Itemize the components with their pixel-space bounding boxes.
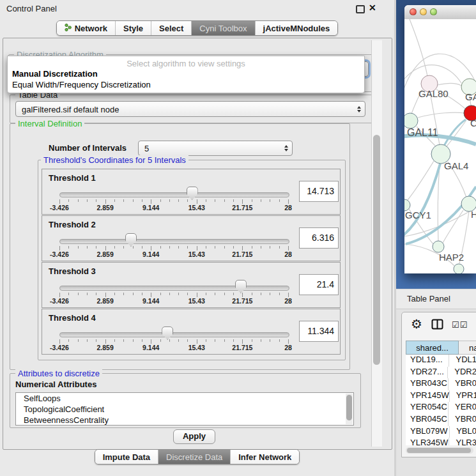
slider-minor-tick	[233, 339, 234, 342]
threshold-label: Threshold 2	[49, 220, 96, 229]
attribute-item-topologicalcoefficient[interactable]: TopologicalCoefficient	[16, 404, 353, 415]
cell-name[interactable]: YBR0	[448, 378, 476, 390]
table-horizontal-scrollbar[interactable]	[406, 447, 473, 454]
table-row[interactable]: YDL19...YDL1	[406, 355, 476, 367]
threshold-label: Threshold 1	[49, 173, 96, 183]
slider-minor-tick	[178, 246, 179, 249]
table-header-row: shared... na	[406, 341, 476, 355]
attribute-item-selfloops[interactable]: SelfLoops	[16, 393, 353, 404]
split-columns-icon[interactable]	[431, 319, 443, 332]
slider-major-tick	[288, 246, 289, 250]
cell-shared-name[interactable]: YER054C	[406, 402, 448, 414]
close-icon[interactable]: ✕	[369, 3, 376, 13]
gear-icon[interactable]: ⚙	[411, 316, 422, 332]
slider-minor-tick	[142, 246, 142, 249]
cell-shared-name[interactable]: YDR27...	[406, 367, 447, 379]
node-bottom[interactable]	[454, 264, 464, 273]
bottom-tab-impute-data[interactable]: Impute Data	[95, 450, 158, 464]
slider-minor-tick	[133, 339, 134, 342]
node-hap2[interactable]	[433, 241, 444, 252]
slider-track[interactable]	[59, 192, 289, 197]
algorithm-option-manual-discretization[interactable]: Manual Discretization	[12, 69, 98, 79]
network-canvas[interactable]: GAL80 GA C GAL11 GAL4 GCY1 H HAP2	[404, 19, 476, 273]
checkbox-checked-icons[interactable]: ☑☑	[452, 320, 468, 330]
combo-spinner-icon	[357, 106, 361, 112]
attribute-item-betweennesscentrality[interactable]: BetweennessCentrality	[16, 415, 353, 426]
table-data-combo[interactable]: galFiltered.sif default node	[15, 101, 365, 117]
cell-shared-name[interactable]: YLR345W	[406, 438, 449, 445]
slider-minor-tick	[187, 199, 188, 202]
slider-thumb[interactable]	[235, 280, 247, 293]
slider-thumb[interactable]	[125, 233, 137, 247]
table-row[interactable]: YPR145WYPR1	[406, 390, 476, 403]
slider-track[interactable]	[59, 286, 289, 291]
table-row[interactable]: YBR045CYBR0	[406, 414, 476, 426]
slider-major-tick	[242, 339, 243, 344]
number-of-intervals-combo[interactable]: 5	[138, 141, 293, 156]
slider-minor-tick	[270, 246, 270, 249]
table-row[interactable]: YBL079WYBL0	[406, 426, 476, 438]
tab-style[interactable]: Style	[115, 21, 151, 35]
threshold-value-field[interactable]: 21.4	[299, 274, 339, 295]
cell-name[interactable]: YDR2	[447, 367, 476, 379]
numerical-attributes-list[interactable]: SelfLoopsTopologicalCoefficientBetweenne…	[15, 392, 354, 426]
close-traffic-light-icon[interactable]	[410, 8, 417, 15]
threshold-value-field[interactable]: 6.316	[299, 227, 339, 249]
threshold-value-field[interactable]: 11.344	[299, 321, 339, 342]
content-vertical-scrollbar[interactable]	[371, 40, 382, 447]
table-row[interactable]: YBR043CYBR0	[406, 378, 476, 390]
tab-jactivemnodules[interactable]: jActiveMNodules	[255, 21, 338, 35]
network-window-titlebar[interactable]	[404, 5, 476, 20]
column-header-name[interactable]: na	[459, 341, 476, 355]
algorithm-option-equal-width-frequency[interactable]: Equal Width/Frequency Discretization	[12, 80, 151, 89]
float-window-icon[interactable]	[356, 5, 365, 13]
tab-network[interactable]: Network	[57, 21, 115, 35]
slider-scale-label: 21.715	[232, 250, 252, 258]
tab-cyni-toolbox[interactable]: Cyni Toolbox	[191, 21, 254, 35]
column-header-shared[interactable]: shared...	[406, 341, 459, 355]
table-row[interactable]: YDR27...YDR2	[406, 367, 476, 379]
cell-name[interactable]: YBL0	[449, 426, 476, 438]
tab-label: Style	[123, 24, 143, 33]
panel-title: Control Panel	[6, 4, 57, 13]
cell-name[interactable]: YBR0	[448, 414, 476, 426]
slider-minor-tick	[68, 293, 69, 295]
cell-name[interactable]: YLR3	[449, 438, 476, 445]
tab-label: Network	[75, 24, 107, 33]
cell-shared-name[interactable]: YPR145W	[406, 390, 449, 403]
slider-track[interactable]	[59, 239, 289, 244]
slider-major-tick	[242, 199, 243, 204]
table-body[interactable]: YDL19...YDL1YDR27...YDR2YBR043CYBR0YPR14…	[406, 355, 476, 445]
cell-name[interactable]: YDL1	[449, 355, 476, 367]
slider-major-tick	[151, 293, 151, 297]
apply-button[interactable]: Apply	[173, 429, 215, 444]
network-view-window[interactable]: GAL80 GA C GAL11 GAL4 GCY1 H HAP2	[404, 5, 476, 273]
table-row[interactable]: YER054CYER0	[406, 402, 476, 414]
slider-track[interactable]	[59, 332, 289, 337]
threshold-panel-1: Threshold 1-3.4262.8599.14415.4321.71528…	[42, 169, 341, 215]
table-row[interactable]: YLR345WYLR3	[406, 438, 476, 445]
bottom-tab-infer-network[interactable]: Infer Network	[230, 450, 299, 464]
threshold-value-field[interactable]: 14.713	[299, 181, 339, 202]
slider-major-tick	[105, 246, 106, 250]
cell-shared-name[interactable]: YBL079W	[406, 426, 449, 438]
slider-thumb[interactable]	[187, 187, 198, 200]
list-scrollbar[interactable]	[346, 394, 353, 424]
threshold-label: Threshold 3	[49, 266, 96, 276]
slider-major-tick	[105, 339, 106, 344]
cell-shared-name[interactable]: YDL19...	[406, 355, 449, 367]
slider-scale-label: -3.426	[50, 344, 69, 351]
slider-scale-label: 9.144	[142, 250, 159, 258]
node-gal11[interactable]	[404, 113, 418, 128]
minimize-traffic-light-icon[interactable]	[420, 8, 427, 15]
slider-minor-tick	[279, 339, 280, 342]
table-panel-window: ⚙ ☑☑ shared... na YDL19...YDL1YDR27...YD…	[401, 312, 476, 457]
cell-shared-name[interactable]: YBR045C	[406, 414, 448, 426]
tab-select[interactable]: Select	[151, 21, 191, 35]
zoom-traffic-light-icon[interactable]	[430, 8, 437, 15]
bottom-tab-discretize-data[interactable]: Discretize Data	[158, 450, 230, 464]
cell-shared-name[interactable]: YBR043C	[406, 378, 448, 390]
cell-name[interactable]: YER0	[448, 402, 476, 414]
cell-name[interactable]: YPR1	[449, 390, 476, 403]
slider-thumb[interactable]	[162, 326, 173, 340]
